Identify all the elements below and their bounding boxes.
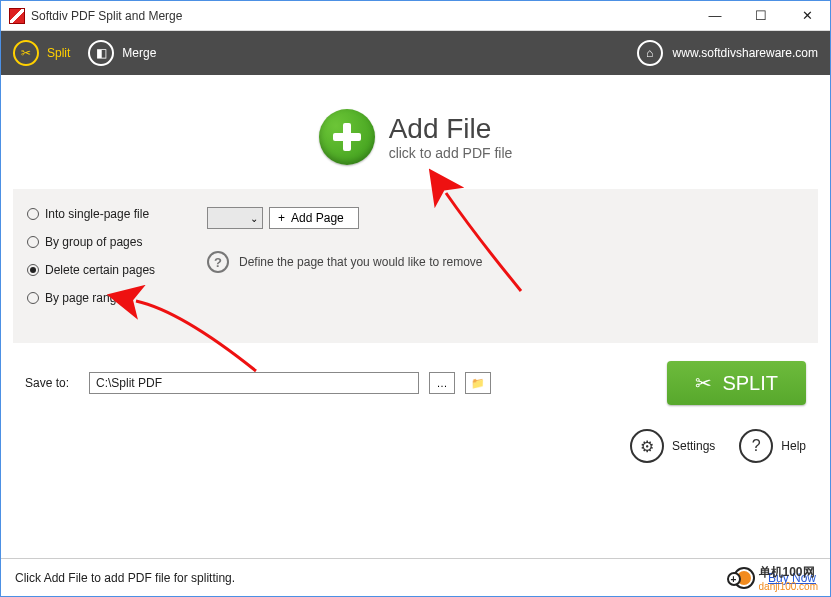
radio-group-pages[interactable]: By group of pages <box>27 235 207 249</box>
home-icon: ⌂ <box>637 40 663 66</box>
window-controls: — ☐ ✕ <box>692 1 830 30</box>
merge-icon: ◧ <box>88 40 114 66</box>
add-page-label: Add Page <box>291 211 344 225</box>
hint-row: ? Define the page that you would like to… <box>207 251 804 273</box>
watermark: + 单机100网 danji100.com <box>733 564 818 592</box>
watermark-brand: 单机100网 <box>759 564 818 581</box>
help-button[interactable]: ? Help <box>739 429 806 463</box>
split-tab-label: Split <box>47 46 70 60</box>
split-mode-radios: Into single-page file By group of pages … <box>27 207 207 319</box>
options-panel: Into single-page file By group of pages … <box>13 189 818 343</box>
question-icon: ? <box>207 251 229 273</box>
page-dropdown[interactable]: ⌄ <box>207 207 263 229</box>
add-file-area[interactable]: Add File click to add PDF file <box>1 75 830 189</box>
watermark-icon: + <box>733 567 755 589</box>
website-link[interactable]: ⌂ www.softdivshareware.com <box>637 40 818 66</box>
open-folder-button[interactable]: 📁 <box>465 372 491 394</box>
add-file-text: Add File click to add PDF file <box>389 113 513 161</box>
split-button-label: SPLIT <box>722 372 778 395</box>
website-label: www.softdivshareware.com <box>673 46 818 60</box>
split-tab[interactable]: ✂ Split <box>13 40 70 66</box>
main-toolbar: ✂ Split ◧ Merge ⌂ www.softdivshareware.c… <box>1 31 830 75</box>
watermark-url: danji100.com <box>759 581 818 592</box>
close-button[interactable]: ✕ <box>784 1 830 30</box>
window-title: Softdiv PDF Split and Merge <box>31 9 692 23</box>
add-file-subtitle: click to add PDF file <box>389 145 513 161</box>
plus-icon: + <box>278 211 285 225</box>
add-file-title: Add File <box>389 113 513 145</box>
scissors-icon: ✂ <box>13 40 39 66</box>
maximize-button[interactable]: ☐ <box>738 1 784 30</box>
gear-icon: ⚙ <box>630 429 664 463</box>
browse-button[interactable]: … <box>429 372 455 394</box>
hint-text: Define the page that you would like to r… <box>239 255 482 269</box>
save-row: Save to: … 📁 ✂ SPLIT <box>1 343 830 413</box>
split-button[interactable]: ✂ SPLIT <box>667 361 806 405</box>
save-to-label: Save to: <box>25 376 79 390</box>
add-file-icon <box>319 109 375 165</box>
footer-buttons: ⚙ Settings ? Help <box>1 413 830 463</box>
scissors-icon: ✂ <box>695 371 712 395</box>
settings-label: Settings <box>672 439 715 453</box>
radio-page-range[interactable]: By page range <box>27 291 207 305</box>
settings-button[interactable]: ⚙ Settings <box>630 429 715 463</box>
app-icon <box>9 8 25 24</box>
status-bar: Click Add File to add PDF file for split… <box>1 558 830 596</box>
save-path-input[interactable] <box>89 372 419 394</box>
minimize-button[interactable]: — <box>692 1 738 30</box>
help-label: Help <box>781 439 806 453</box>
merge-tab[interactable]: ◧ Merge <box>88 40 156 66</box>
status-text: Click Add File to add PDF file for split… <box>15 571 235 585</box>
add-page-button[interactable]: + Add Page <box>269 207 359 229</box>
question-icon: ? <box>739 429 773 463</box>
config-area: ⌄ + Add Page ? Define the page that you … <box>207 207 804 319</box>
merge-tab-label: Merge <box>122 46 156 60</box>
title-bar: Softdiv PDF Split and Merge — ☐ ✕ <box>1 1 830 31</box>
radio-delete-pages[interactable]: Delete certain pages <box>27 263 207 277</box>
radio-single-page[interactable]: Into single-page file <box>27 207 207 221</box>
